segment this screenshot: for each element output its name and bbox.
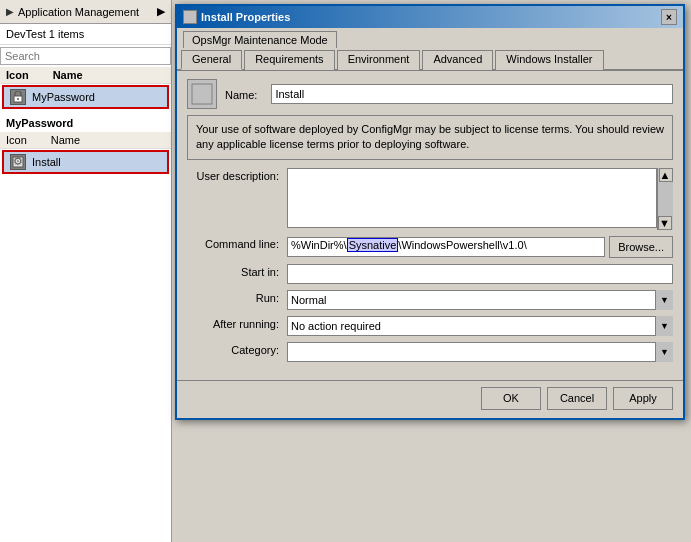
tab-general[interactable]: General <box>181 50 242 70</box>
tab-maintenance[interactable]: OpsMgr Maintenance Mode <box>183 31 337 48</box>
dialog-content: Name: Your use of software deployed by C… <box>177 71 683 376</box>
user-desc-wrapper: ▲ ▼ <box>287 168 673 230</box>
afterrun-row: After running: No action required ▼ <box>187 316 673 336</box>
name-label: Name: <box>225 87 265 101</box>
install-icon: ⚙ <box>10 154 26 170</box>
cancel-button[interactable]: Cancel <box>547 387 607 410</box>
svg-rect-4 <box>192 84 212 104</box>
svg-text:⚙: ⚙ <box>13 156 23 167</box>
run-row: Run: Normal ▼ <box>187 290 673 310</box>
close-button[interactable]: × <box>661 9 677 25</box>
install-item[interactable]: ⚙ Install <box>2 150 169 174</box>
expand-icon: ▶ <box>6 6 14 17</box>
startin-row: Start in: <box>187 264 673 284</box>
tab-advanced[interactable]: Advanced <box>422 50 493 70</box>
afterrun-label: After running: <box>187 316 287 330</box>
col-icon-label: Icon <box>6 69 29 81</box>
textarea-scrollbar[interactable]: ▲ ▼ <box>657 168 673 230</box>
tab-environment[interactable]: Environment <box>337 50 421 70</box>
category-select-wrapper: ▼ <box>287 342 673 362</box>
run-select[interactable]: Normal <box>287 290 673 310</box>
submenu-arrow: ▶ <box>157 5 165 18</box>
afterrun-select[interactable]: No action required <box>287 316 673 336</box>
maintenance-tab-row: OpsMgr Maintenance Mode <box>177 28 683 48</box>
category-label: Category: <box>187 342 287 356</box>
column-headers: Icon Name <box>0 67 171 84</box>
tab-bar: General Requirements Environment Advance… <box>177 48 683 71</box>
user-description-row: User description: ▲ ▼ <box>187 168 673 230</box>
sub-column-headers: Icon Name <box>0 132 171 149</box>
name-row: Name: <box>187 79 673 109</box>
sysnative-highlight: Sysnative <box>347 238 399 252</box>
user-desc-input[interactable] <box>287 168 657 228</box>
cmdline-label: Command line: <box>187 236 287 250</box>
ok-button[interactable]: OK <box>481 387 541 410</box>
cmdline-input[interactable]: %WinDir%\Sysnative\WindowsPowershell\v1.… <box>287 237 605 257</box>
app-management-header[interactable]: ▶ Application Management ▶ <box>0 0 171 24</box>
dialog-buttons: OK Cancel Apply <box>177 380 683 418</box>
devtest-row: DevTest 1 items <box>0 24 171 45</box>
name-icon-area <box>187 79 217 109</box>
section-title: MyPassword <box>0 110 171 132</box>
col-name-label: Name <box>53 69 83 81</box>
cmdline-field: %WinDir%\Sysnative\WindowsPowershell\v1.… <box>287 236 673 258</box>
browse-button[interactable]: Browse... <box>609 236 673 258</box>
afterrun-select-wrapper: No action required ▼ <box>287 316 673 336</box>
user-desc-label: User description: <box>187 168 287 182</box>
apply-button[interactable]: Apply <box>613 387 673 410</box>
tab-windows-installer[interactable]: Windows Installer <box>495 50 603 70</box>
mypassword-icon <box>10 89 26 105</box>
mypassword-label: MyPassword <box>32 91 95 103</box>
run-select-wrapper: Normal ▼ <box>287 290 673 310</box>
startin-input[interactable] <box>287 264 673 284</box>
app-management-label: Application Management <box>18 6 139 18</box>
dialog-icon <box>183 10 197 24</box>
search-input[interactable] <box>0 47 171 65</box>
tab-requirements[interactable]: Requirements <box>244 50 334 70</box>
startin-label: Start in: <box>187 264 287 278</box>
left-panel: ▶ Application Management ▶ DevTest 1 ite… <box>0 0 172 542</box>
info-box: Your use of software deployed by ConfigM… <box>187 115 673 160</box>
category-row: Category: ▼ <box>187 342 673 362</box>
dialog-title-bar: Install Properties × <box>177 6 683 28</box>
run-label: Run: <box>187 290 287 304</box>
sub-col-name-label: Name <box>51 134 80 146</box>
svg-point-1 <box>17 98 19 100</box>
sub-col-icon-label: Icon <box>6 134 27 146</box>
install-label: Install <box>32 156 61 168</box>
mypassword-item[interactable]: MyPassword <box>2 85 169 109</box>
dialog-title: Install Properties <box>201 11 290 23</box>
name-input[interactable] <box>271 84 673 104</box>
install-properties-dialog: Install Properties × OpsMgr Maintenance … <box>175 4 685 420</box>
cmdline-row: Command line: %WinDir%\Sysnative\Windows… <box>187 236 673 258</box>
category-select[interactable] <box>287 342 673 362</box>
